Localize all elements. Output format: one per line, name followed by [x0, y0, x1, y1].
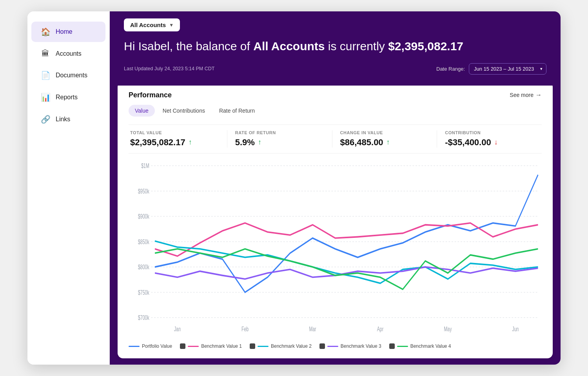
see-more-link[interactable]: See more →	[510, 91, 542, 99]
chart-legend: Portfolio Value Benchmark Value 1 Benchm…	[129, 340, 542, 349]
trend-up-icon-1: ↑	[258, 138, 261, 146]
stat-rate-of-return: RATE OF RETURN 5.9% ↑	[227, 130, 332, 148]
main-content: All Accounts ▼ Hi Isabel, the balance of…	[110, 11, 561, 365]
legend-benchmark-2: Benchmark Value 2	[250, 343, 312, 349]
stats-row: TOTAL VALUE $2,395,082.17 ↑ RATE OF RETU…	[129, 124, 542, 153]
stat-value-total-value: $2,395,082.17	[130, 137, 185, 148]
documents-icon: 📄	[41, 71, 50, 80]
greeting-prefix: Hi Isabel, the balance of	[124, 40, 253, 53]
performance-title: Performance	[129, 91, 172, 99]
stat-total-value: TOTAL VALUE $2,395,082.17 ↑	[129, 130, 227, 148]
tabs-container: Value Net Contributions Rate of Return	[129, 105, 542, 117]
svg-text:$700k: $700k	[138, 314, 149, 321]
date-range-label: Date Range:	[436, 66, 465, 72]
stat-label-ror: RATE OF RETURN	[235, 130, 324, 135]
chevron-down-icon: ▼	[169, 22, 174, 28]
stat-value-contrib: -$35,400.00	[445, 137, 491, 148]
performance-card: Performance See more → Value Net Contrib…	[118, 86, 553, 359]
legend-benchmark-4: Benchmark Value 4	[389, 343, 451, 349]
svg-text:$950k: $950k	[138, 187, 149, 195]
date-range-select[interactable]: Jun 15 2023 – Jul 15 2023	[469, 63, 546, 75]
stat-change-in-value: CHANGE IN VALUE $86,485.00 ↑	[332, 130, 437, 148]
accounts-icon: 🏛	[41, 49, 50, 58]
sidebar-label-reports: Reports	[56, 94, 78, 101]
svg-text:Jun: Jun	[512, 325, 519, 332]
tab-rate-of-return[interactable]: Rate of Return	[213, 105, 261, 117]
sidebar-item-links[interactable]: 🔗 Links	[31, 109, 105, 130]
legend-line-portfolio	[129, 346, 140, 347]
header-meta: Last Updated July 24, 2023 5:14 PM CDT D…	[124, 63, 546, 75]
card-header: Performance See more →	[129, 91, 542, 99]
reports-icon: 📊	[41, 93, 50, 102]
svg-text:$850k: $850k	[138, 238, 149, 245]
header-area: All Accounts ▼ Hi Isabel, the balance of…	[110, 11, 561, 86]
legend-checkbox-1[interactable]	[180, 343, 185, 349]
stat-contribution: CONTRIBUTION -$35,400.00 ↓	[437, 130, 542, 148]
greeting-balance: $2,395,082.17	[388, 40, 463, 53]
legend-checkbox-3[interactable]	[319, 343, 325, 349]
sidebar-label-documents: Documents	[56, 72, 87, 79]
svg-text:Apr: Apr	[377, 325, 384, 332]
performance-chart: $1M $950k $900k $850k $800k $750k $700k …	[129, 160, 542, 341]
svg-text:$900k: $900k	[138, 212, 149, 220]
trend-down-icon-3: ↓	[494, 138, 498, 146]
stat-value-civ: $86,485.00	[340, 137, 383, 148]
sidebar-item-documents[interactable]: 📄 Documents	[31, 65, 105, 86]
tab-net-contributions[interactable]: Net Contributions	[156, 105, 211, 117]
sidebar-item-reports[interactable]: 📊 Reports	[31, 87, 105, 108]
home-icon: 🏠	[41, 27, 50, 37]
last-updated-text: Last Updated July 24, 2023 5:14 PM CDT	[124, 66, 214, 71]
legend-line-1	[188, 346, 199, 347]
app-container: 🏠 Home 🏛 Accounts 📄 Documents 📊 Reports …	[27, 11, 561, 365]
legend-label-portfolio: Portfolio Value	[142, 343, 172, 349]
legend-checkbox-4[interactable]	[389, 343, 395, 349]
tab-value[interactable]: Value	[129, 105, 155, 117]
legend-benchmark-3: Benchmark Value 3	[319, 343, 381, 349]
sidebar-label-home: Home	[56, 28, 73, 35]
greeting-suffix: is currently	[325, 40, 388, 53]
date-range-container: Date Range: Jun 15 2023 – Jul 15 2023	[436, 63, 546, 75]
accounts-dropdown[interactable]: All Accounts ▼	[124, 18, 180, 31]
greeting-bold: All Accounts	[253, 40, 325, 53]
sidebar-item-home[interactable]: 🏠 Home	[31, 22, 105, 42]
legend-checkbox-2[interactable]	[250, 343, 255, 349]
stat-label-civ: CHANGE IN VALUE	[340, 130, 429, 135]
svg-text:$1M: $1M	[141, 162, 149, 169]
legend-portfolio-value: Portfolio Value	[129, 343, 172, 349]
legend-benchmark-1: Benchmark Value 1	[180, 343, 242, 349]
legend-label-3: Benchmark Value 3	[341, 343, 381, 349]
svg-text:Jan: Jan	[174, 325, 181, 332]
stat-value-ror: 5.9%	[235, 137, 255, 148]
svg-text:$800k: $800k	[138, 263, 149, 270]
legend-line-4	[397, 346, 408, 347]
chart-area: $1M $950k $900k $850k $800k $750k $700k …	[129, 160, 542, 341]
svg-text:May: May	[444, 325, 452, 332]
svg-text:Feb: Feb	[241, 325, 249, 332]
legend-label-2: Benchmark Value 2	[271, 343, 312, 349]
stat-label-contrib: CONTRIBUTION	[445, 130, 534, 135]
trend-up-icon-0: ↑	[189, 138, 192, 146]
see-more-label: See more	[510, 92, 534, 98]
svg-text:Mar: Mar	[309, 325, 316, 332]
legend-line-2	[258, 346, 269, 347]
stat-label-total-value: TOTAL VALUE	[130, 130, 219, 135]
header-greeting: Hi Isabel, the balance of All Accounts i…	[124, 38, 546, 55]
legend-label-1: Benchmark Value 1	[201, 343, 242, 349]
sidebar-label-links: Links	[56, 116, 70, 123]
sidebar: 🏠 Home 🏛 Accounts 📄 Documents 📊 Reports …	[27, 11, 110, 365]
sidebar-item-accounts[interactable]: 🏛 Accounts	[31, 44, 105, 64]
sidebar-label-accounts: Accounts	[56, 50, 82, 57]
legend-line-3	[327, 346, 338, 347]
links-icon: 🔗	[41, 115, 50, 124]
svg-text:$750k: $750k	[138, 288, 149, 296]
arrow-right-icon: →	[535, 91, 542, 99]
trend-up-icon-2: ↑	[387, 138, 390, 146]
date-range-wrapper: Jun 15 2023 – Jul 15 2023	[469, 63, 546, 75]
dropdown-label: All Accounts	[130, 22, 166, 28]
legend-label-4: Benchmark Value 4	[410, 343, 451, 349]
